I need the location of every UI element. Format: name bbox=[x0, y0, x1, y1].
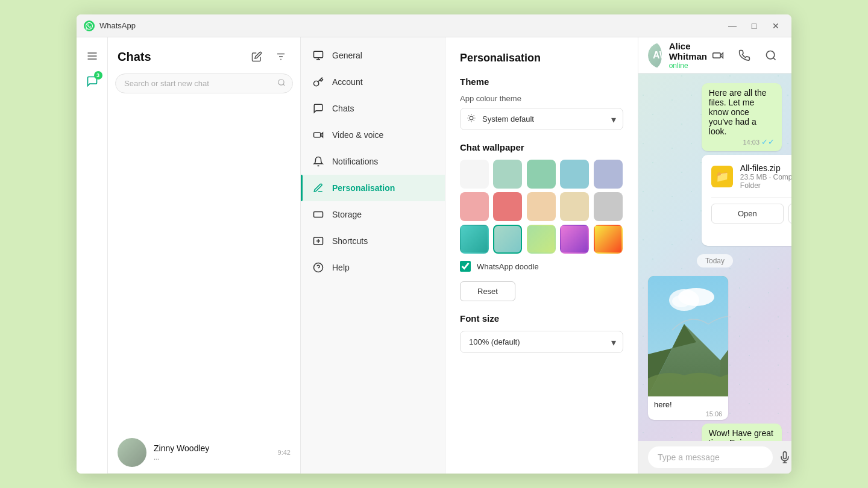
sidebar-icons: 3 bbox=[81, 45, 104, 93]
window-controls: — □ ✕ bbox=[724, 17, 784, 34]
settings-label-personalisation: Personalisation bbox=[332, 183, 395, 193]
message-input[interactable] bbox=[648, 446, 773, 468]
app-title: WhatsApp bbox=[99, 21, 724, 30]
file-details: All-files.zip 23.5 MB · Compressed (zipp… bbox=[740, 163, 791, 190]
theme-section-title: Theme bbox=[460, 77, 623, 87]
wallpaper-swatch-white[interactable] bbox=[460, 160, 489, 189]
svg-rect-26 bbox=[713, 52, 721, 57]
wallpaper-swatch-grad3[interactable] bbox=[527, 225, 556, 254]
avatar bbox=[118, 438, 146, 467]
settings-item-help[interactable]: Help bbox=[301, 254, 445, 281]
chat-list-header: Chats bbox=[108, 37, 300, 71]
search-input[interactable] bbox=[115, 74, 293, 93]
wallpaper-swatch-blue1[interactable] bbox=[560, 160, 589, 189]
doodle-checkbox[interactable] bbox=[460, 261, 471, 272]
maximize-button[interactable]: □ bbox=[746, 17, 763, 34]
list-item-info: Zinny Woodley ... bbox=[154, 443, 271, 461]
chat-messages: Here are all the files. Let me know once… bbox=[638, 74, 791, 441]
settings-item-video-voice[interactable]: Video & voice bbox=[301, 122, 445, 148]
close-button[interactable]: ✕ bbox=[767, 17, 784, 34]
video-call-button[interactable] bbox=[707, 45, 729, 66]
message-time: 14:03 ✓✓ bbox=[709, 137, 775, 146]
settings-label-storage: Storage bbox=[332, 210, 362, 219]
wallpaper-section: Chat wallpaper bbox=[460, 142, 623, 301]
message-outgoing-1: Here are all the files. Let me know once… bbox=[702, 83, 782, 151]
chat-header: AW Alice Whitman online bbox=[638, 37, 791, 74]
wallpaper-swatch-coral[interactable] bbox=[493, 192, 522, 221]
search-bar bbox=[115, 74, 293, 93]
contact-info: Alice Whitman online bbox=[669, 41, 707, 70]
wallpaper-swatch-grad1[interactable] bbox=[460, 225, 489, 254]
file-info: 📁 All-files.zip 23.5 MB · Compressed (zi… bbox=[711, 163, 791, 190]
message-bubble: Wow! Have great time. Enjoy. 15:12 ✓✓ bbox=[702, 424, 782, 441]
voice-call-button[interactable] bbox=[734, 45, 755, 66]
file-name: All-files.zip bbox=[740, 163, 791, 173]
chats-title: Chats bbox=[118, 50, 151, 64]
message-text: Here are all the files. Let me know once… bbox=[709, 88, 767, 136]
search-chat-button[interactable] bbox=[760, 45, 782, 66]
main-layout: 3 Chats bbox=[77, 37, 791, 474]
chats-sidebar-button[interactable]: 3 bbox=[81, 70, 104, 93]
contact-name: Alice Whitman bbox=[669, 41, 707, 61]
file-message-time: 14:04 ✓✓ bbox=[711, 225, 791, 237]
day-divider: Today bbox=[697, 254, 733, 267]
chat-list-item[interactable]: Zinny Woodley ... 9:42 bbox=[108, 432, 300, 474]
wallpaper-swatch-cream[interactable] bbox=[560, 192, 589, 221]
microphone-button[interactable] bbox=[779, 446, 791, 468]
settings-item-general[interactable]: General bbox=[301, 42, 445, 69]
wallpaper-swatch-pink1[interactable] bbox=[460, 192, 489, 221]
settings-item-shortcuts[interactable]: Shortcuts bbox=[301, 228, 445, 254]
save-file-button[interactable]: Save as... bbox=[788, 204, 791, 224]
font-section-title: Font size bbox=[460, 313, 623, 324]
wallpaper-swatch-teal1[interactable] bbox=[493, 160, 522, 189]
wallpaper-swatch-grad5[interactable] bbox=[594, 225, 623, 254]
settings-item-storage[interactable]: Storage bbox=[301, 201, 445, 228]
reset-button[interactable]: Reset bbox=[460, 281, 515, 301]
title-bar: WhatsApp — □ ✕ bbox=[77, 14, 791, 37]
wallpaper-swatch-gray1[interactable] bbox=[594, 192, 623, 221]
settings-item-account[interactable]: Account bbox=[301, 69, 445, 95]
svg-point-28 bbox=[767, 51, 775, 58]
app-logo bbox=[84, 20, 95, 31]
image-bubble: here! 15:06 bbox=[648, 276, 728, 420]
filter-button[interactable] bbox=[271, 47, 291, 66]
file-bubble: 📁 All-files.zip 23.5 MB · Compressed (zi… bbox=[702, 155, 791, 246]
wallpaper-swatch-lavender1[interactable] bbox=[594, 160, 623, 189]
new-chat-button[interactable] bbox=[247, 47, 266, 66]
wallpaper-swatch-grad4[interactable] bbox=[560, 225, 589, 254]
wallpaper-grid bbox=[460, 160, 623, 254]
open-file-button[interactable]: Open bbox=[711, 204, 784, 224]
file-actions: Open Save as... bbox=[711, 197, 791, 224]
settings-item-chats[interactable]: Chats bbox=[301, 95, 445, 122]
image-caption: here! 15:06 bbox=[648, 396, 728, 420]
settings-label-account: Account bbox=[332, 77, 363, 87]
doodle-row: WhatsApp doodle bbox=[460, 261, 623, 272]
double-tick-icon: ✓✓ bbox=[761, 137, 775, 146]
settings-item-personalisation[interactable]: Personalisation bbox=[301, 175, 445, 201]
font-size-select[interactable]: 100% (default) bbox=[460, 331, 623, 353]
chat-header-actions bbox=[247, 47, 291, 66]
settings-item-notifications[interactable]: Notifications bbox=[301, 148, 445, 175]
message-outgoing-2: Wow! Have great time. Enjoy. 15:12 ✓✓ bbox=[702, 424, 782, 441]
svg-rect-11 bbox=[314, 133, 321, 137]
theme-label: App colour theme bbox=[460, 94, 623, 103]
menu-button[interactable] bbox=[81, 45, 104, 67]
message-incoming-image: here! 15:06 bbox=[648, 276, 728, 420]
message-outgoing-file: 📁 All-files.zip 23.5 MB · Compressed (zi… bbox=[702, 155, 782, 246]
settings-label-general: General bbox=[332, 51, 362, 60]
personalisation-panel: Personalisation Theme App colour theme S… bbox=[445, 37, 638, 474]
message-text: Wow! Have great time. Enjoy. bbox=[709, 428, 773, 441]
chat-list-panel: Chats bbox=[108, 37, 301, 474]
svg-rect-8 bbox=[314, 51, 323, 58]
wallpaper-swatch-grad2[interactable] bbox=[493, 225, 522, 254]
theme-select[interactable]: System default bbox=[460, 108, 623, 130]
wallpaper-swatch-mint[interactable] bbox=[527, 160, 556, 189]
font-dropdown-wrap: 100% (default) ▾ bbox=[460, 331, 623, 353]
chat-actions bbox=[707, 45, 782, 66]
wallpaper-swatch-peach[interactable] bbox=[527, 192, 556, 221]
notification-badge: 3 bbox=[94, 71, 102, 80]
settings-label-chats: Chats bbox=[332, 104, 354, 113]
minimize-button[interactable]: — bbox=[724, 17, 741, 34]
svg-line-29 bbox=[773, 57, 776, 60]
image-time: 15:06 bbox=[654, 410, 722, 418]
